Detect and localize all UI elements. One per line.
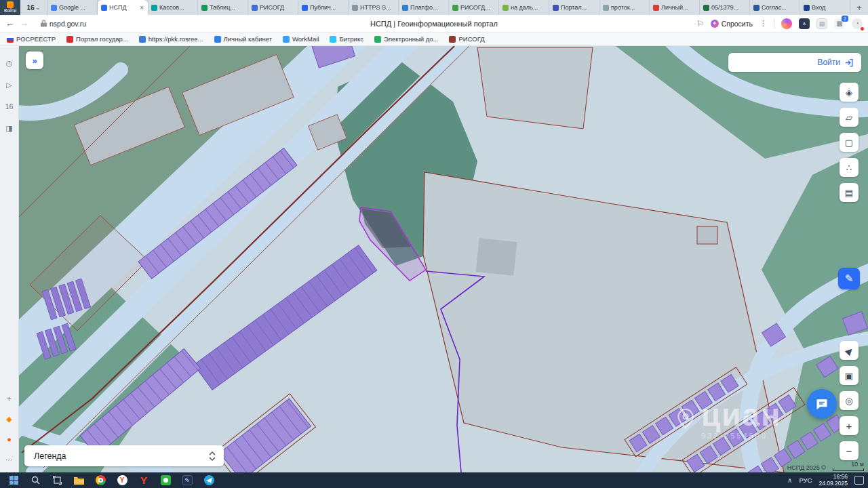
ask-alice-button[interactable]: ✦ Спросить	[711, 20, 753, 28]
map-attribution: НСПД 2025 © 10 м	[787, 461, 864, 471]
clock[interactable]: 16:56 24.09.2025	[818, 474, 848, 487]
services-icon[interactable]: ◆	[3, 413, 16, 425]
bookmark-item[interactable]: РОСРЕЕСТР	[7, 35, 56, 43]
history-icon[interactable]: ◷	[3, 57, 16, 69]
more-icon[interactable]: ⋯	[3, 453, 16, 466]
browser-tab[interactable]: Таблиц... ×	[198, 0, 248, 15]
profile-extension-icon[interactable]: ◔	[852, 18, 863, 29]
browser-tab[interactable]: Публич... ×	[298, 0, 349, 15]
browser-tab[interactable]: Вход ×	[800, 0, 850, 15]
alice-extension-icon[interactable]	[781, 18, 792, 29]
bookmark-item[interactable]: WorkMail	[283, 35, 319, 43]
browser-tab[interactable]: РИСОГД... ×	[449, 0, 499, 15]
back-button[interactable]: ←	[5, 18, 14, 28]
bookmark-item[interactable]: Битрикс	[330, 35, 363, 43]
layers-button[interactable]: ◈	[840, 83, 859, 102]
yandex-browser-button[interactable]: Y	[115, 473, 130, 487]
draw-tool-button[interactable]: ✎	[838, 268, 860, 289]
new-tab-button[interactable]: +	[850, 0, 868, 15]
forward-button[interactable]: →	[20, 18, 28, 28]
browser-tab[interactable]: НСПД ×	[98, 0, 148, 15]
browser-tab[interactable]: на даль... ×	[499, 0, 549, 15]
yandex-app-button[interactable]: Y	[136, 473, 151, 487]
bookmark-item[interactable]: Портал государ...	[66, 35, 128, 43]
search-area-button[interactable]: ◎	[840, 391, 859, 410]
browser-tab[interactable]: Личный... ×	[650, 0, 700, 15]
language-indicator[interactable]: РУС	[799, 476, 812, 484]
messenger-icon	[161, 475, 171, 485]
basemap-button[interactable]: ▣	[840, 366, 859, 385]
map-viewport[interactable]: » Войти ◈ ▱ ▢ ∴ ▤ ✎ ▶ ▣ ◎ + −	[19, 46, 868, 472]
zoom-out-button[interactable]: −	[840, 441, 859, 460]
browser-tab[interactable]: 05/1379... ×	[700, 0, 750, 15]
browser-tab[interactable]: РИСОГД ×	[248, 0, 298, 15]
cards-extension-icon[interactable]: ▤	[816, 18, 827, 29]
browser-tab[interactable]: Кассов... ×	[148, 0, 198, 15]
tabs-count[interactable]: 16	[3, 100, 16, 113]
telegram-button[interactable]	[201, 473, 216, 487]
browser-tab[interactable]: HTTPS S... ×	[349, 0, 399, 15]
bookmark-item[interactable]: Личный кабинет	[214, 35, 272, 43]
yandex-icon: Y	[140, 474, 147, 486]
tab-counter[interactable]: 16 ⌄	[20, 0, 47, 15]
chat-button[interactable]	[807, 389, 837, 419]
add-panel-icon[interactable]: +	[3, 392, 16, 405]
bookmark-flag-icon[interactable]: ⚐	[696, 19, 704, 28]
tab-favicon	[502, 5, 509, 11]
browser-side-rail: ◷ ▷ 16 ◨	[0, 46, 19, 472]
url-text[interactable]: nspd.gov.ru	[50, 20, 86, 28]
player-icon[interactable]: ▷	[3, 79, 16, 91]
tab-favicon	[151, 5, 157, 11]
browser-tab[interactable]: Соглас... ×	[750, 0, 800, 15]
tray-expand-icon[interactable]: ∧	[787, 476, 792, 484]
search-button[interactable]	[28, 473, 43, 487]
lock-icon	[41, 20, 47, 27]
crypto-pen-icon: ✎	[182, 475, 193, 485]
browser-tab[interactable]: Платфо... ×	[399, 0, 449, 15]
bookmark-favicon	[283, 36, 290, 43]
legend-panel[interactable]: Легенда	[24, 445, 224, 466]
chrome-browser-button[interactable]	[93, 473, 108, 487]
print-button[interactable]: ▤	[840, 183, 859, 202]
crypto-tool-button[interactable]: ✎	[180, 473, 195, 487]
zoom-in-button[interactable]: +	[840, 416, 859, 435]
yandex-browser-icon: Y	[117, 475, 127, 485]
measure-button[interactable]: ▱	[840, 108, 859, 127]
measure-icon: ▱	[846, 113, 852, 123]
tab-favicon	[703, 5, 709, 11]
screenshot-icon[interactable]: ◨	[3, 122, 16, 134]
task-view-button[interactable]	[50, 473, 64, 487]
sidebar-expand-button[interactable]: »	[26, 52, 43, 69]
map-login-button[interactable]: Войти	[728, 53, 861, 72]
extent-button[interactable]: ▢	[840, 133, 859, 152]
bookmark-item[interactable]: Электронный до...	[374, 35, 439, 43]
tab-favicon	[201, 5, 208, 11]
browser-tabstrip: Войти 16 ⌄ Google ... × НСПД ×	[0, 0, 868, 15]
browser-tab[interactable]: проток... ×	[599, 0, 650, 15]
bookmark-item[interactable]: https://pkk.rosree...	[139, 35, 203, 43]
locate-button[interactable]: ▶	[840, 341, 859, 360]
tab-favicon	[101, 5, 107, 11]
taskbar: Y Y ✎ ∧ РУС 16:56 24.09.2025	[0, 472, 868, 488]
extent-icon: ▢	[845, 138, 853, 148]
translate-extension-icon[interactable]: ᴀ	[799, 18, 810, 29]
file-explorer-button[interactable]	[71, 473, 86, 487]
browser-tab[interactable]: Google ... ×	[47, 0, 98, 15]
map-canvas[interactable]	[19, 46, 868, 472]
bookmark-favicon	[214, 36, 221, 43]
tab-favicon	[804, 5, 810, 11]
start-button[interactable]	[6, 473, 21, 487]
date-text: 24.09.2025	[818, 481, 848, 487]
messenger-button[interactable]	[158, 473, 173, 487]
browser-profile-button[interactable]: Войти	[0, 0, 20, 15]
browser-tab[interactable]: Портал... ×	[549, 0, 599, 15]
action-center-icon[interactable]	[854, 476, 864, 485]
games-icon[interactable]: ●	[3, 433, 16, 445]
layers-icon: ◈	[846, 87, 852, 98]
share-button[interactable]: ∴	[840, 158, 859, 177]
extensions-button[interactable]: ▦ 2	[834, 18, 845, 29]
ask-menu-icon[interactable]: ⋮	[760, 19, 767, 28]
bookmark-item[interactable]: РИСОГД	[449, 35, 484, 43]
telegram-icon	[204, 475, 214, 485]
tab-close-icon[interactable]: ×	[139, 4, 144, 12]
